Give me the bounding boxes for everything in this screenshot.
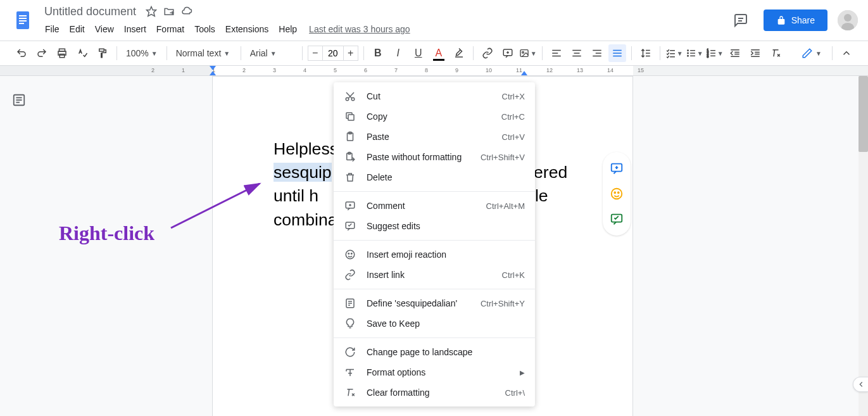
avatar[interactable] — [838, 10, 858, 30]
scrollbar-vertical[interactable] — [859, 76, 868, 416]
redo-button[interactable] — [33, 44, 51, 62]
font-size-increase[interactable]: + — [343, 46, 358, 61]
italic-button[interactable]: I — [389, 44, 407, 62]
context-menu-cut[interactable]: CutCtrl+X — [334, 86, 535, 106]
bold-button[interactable]: B — [369, 44, 387, 62]
svg-point-67 — [346, 250, 355, 259]
svg-rect-3 — [19, 20, 27, 22]
context-menu-define-sesquipedalian-[interactable]: Define 'sesquipedalian'Ctrl+Shift+Y — [334, 293, 535, 313]
editing-mode-button[interactable]: ▼ — [796, 45, 827, 61]
insert-link-button[interactable] — [479, 44, 496, 62]
menu-format[interactable]: Format — [152, 22, 189, 37]
insert-image-button[interactable]: ▼ — [519, 44, 537, 62]
menu-insert[interactable]: Insert — [120, 22, 151, 37]
share-button[interactable]: Share — [764, 9, 827, 31]
docs-logo[interactable] — [10, 8, 35, 33]
align-center-button[interactable] — [568, 44, 586, 62]
first-line-indent-marker[interactable] — [210, 66, 216, 70]
print-button[interactable] — [53, 44, 71, 62]
menu-file[interactable]: File — [41, 22, 64, 37]
add-emoji-side-button[interactable] — [605, 182, 628, 205]
spellcheck-button[interactable] — [73, 44, 91, 62]
link-icon — [344, 268, 356, 281]
style-combo[interactable]: Normal text▼ — [172, 46, 236, 61]
hide-menus-button[interactable] — [838, 44, 855, 62]
format-icon — [344, 366, 356, 379]
hide-side-panel-button[interactable] — [853, 377, 868, 392]
context-menu-delete[interactable]: Delete — [334, 167, 535, 187]
ruler[interactable]: 21123456789101112131415 — [0, 66, 868, 76]
outline-toggle-button[interactable] — [8, 89, 30, 111]
doc-title[interactable]: Untitled document — [41, 4, 140, 20]
svg-rect-1 — [19, 15, 27, 16]
context-menu-separator — [334, 289, 535, 289]
highlight-button[interactable] — [450, 44, 468, 62]
suggest-edits-side-button[interactable] — [605, 208, 628, 230]
menu-help[interactable]: Help — [274, 22, 301, 37]
keep-icon — [344, 317, 356, 330]
star-icon[interactable] — [145, 5, 158, 18]
svg-point-16 — [522, 51, 524, 53]
context-menu-change-page-to-landscape[interactable]: Change page to landscape — [334, 342, 535, 362]
context-menu-label: Format options — [367, 367, 520, 377]
context-menu-suggest-edits[interactable]: Suggest edits — [334, 216, 535, 236]
context-menu-label: Save to Keep — [367, 318, 525, 329]
context-menu-paste[interactable]: PasteCtrl+V — [334, 127, 535, 147]
move-icon[interactable] — [163, 5, 175, 18]
menu-view[interactable]: View — [91, 22, 118, 37]
context-menu-copy[interactable]: CopyCtrl+C — [334, 106, 535, 127]
ruler-mark: 6 — [364, 67, 367, 73]
line-spacing-button[interactable] — [637, 44, 655, 62]
align-justify-button[interactable] — [608, 44, 626, 62]
context-menu-separator — [334, 240, 535, 241]
font-combo[interactable]: Arial▼ — [246, 46, 297, 61]
svg-point-54 — [612, 189, 622, 199]
context-menu-label: Insert emoji reaction — [367, 249, 525, 260]
font-size-decrease[interactable]: − — [308, 46, 323, 61]
last-edit-link[interactable]: Last edit was 3 hours ago — [309, 24, 410, 34]
menu-edit[interactable]: Edit — [65, 22, 89, 37]
svg-marker-5 — [147, 7, 156, 16]
underline-button[interactable]: U — [410, 44, 427, 62]
svg-point-68 — [348, 253, 349, 255]
left-indent-marker[interactable] — [210, 71, 216, 75]
right-indent-marker[interactable] — [521, 71, 527, 75]
svg-point-69 — [351, 253, 353, 255]
context-menu-save-to-keep[interactable]: Save to Keep — [334, 313, 535, 334]
align-left-button[interactable] — [548, 44, 565, 62]
clear-formatting-button[interactable] — [767, 44, 784, 62]
numbered-list-button[interactable]: 123▼ — [706, 44, 724, 62]
zoom-combo[interactable]: 100%▼ — [122, 46, 161, 61]
decrease-indent-button[interactable] — [726, 44, 744, 62]
context-menu-insert-emoji-reaction[interactable]: Insert emoji reaction — [334, 244, 535, 265]
bullet-list-button[interactable]: ▼ — [686, 44, 703, 62]
add-comment-button[interactable] — [499, 44, 517, 62]
ruler-mark: 2 — [242, 67, 246, 73]
checklist-button[interactable]: ▼ — [665, 44, 683, 62]
increase-indent-button[interactable] — [746, 44, 764, 62]
svg-point-29 — [687, 49, 689, 51]
svg-point-9 — [844, 14, 852, 22]
comment-history-button[interactable] — [728, 8, 753, 33]
undo-button[interactable] — [13, 44, 30, 62]
context-menu-clear-formatting[interactable]: Clear formattingCtrl+\ — [334, 382, 535, 403]
align-right-button[interactable] — [588, 44, 606, 62]
text-color-button[interactable]: A — [430, 44, 448, 62]
svg-point-55 — [614, 192, 615, 193]
font-size-input[interactable] — [323, 46, 343, 61]
context-menu-label: Clear formatting — [367, 388, 505, 398]
context-menu-format-options[interactable]: Format options▶ — [334, 362, 535, 382]
context-menu-insert-link[interactable]: Insert linkCtrl+K — [334, 265, 535, 285]
cloud-icon[interactable] — [180, 5, 193, 18]
scrollbar-thumb[interactable] — [859, 76, 868, 152]
menu-extensions[interactable]: Extensions — [221, 22, 273, 37]
add-comment-side-button[interactable] — [605, 157, 628, 180]
paint-format-button[interactable] — [94, 44, 111, 62]
cut-icon — [344, 90, 356, 103]
context-menu-paste-without-formatting[interactable]: Paste without formattingCtrl+Shift+V — [334, 147, 535, 167]
svg-point-56 — [618, 192, 619, 193]
svg-rect-60 — [348, 115, 354, 120]
chevron-right-icon: ▶ — [520, 369, 525, 376]
menu-tools[interactable]: Tools — [190, 22, 220, 37]
context-menu-comment[interactable]: CommentCtrl+Alt+M — [334, 196, 535, 216]
